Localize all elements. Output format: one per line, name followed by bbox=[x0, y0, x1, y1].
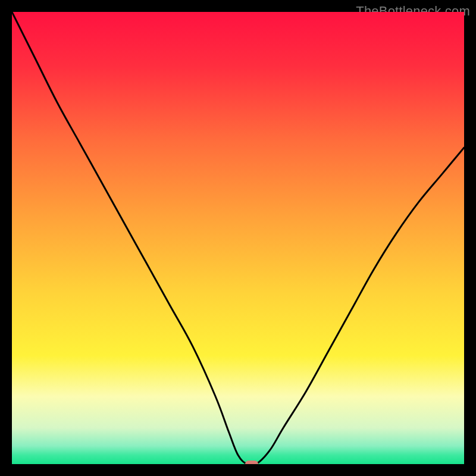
bottleneck-curve bbox=[12, 12, 464, 464]
plot-area bbox=[12, 12, 464, 464]
chart-frame: TheBottleneck.com bbox=[0, 0, 476, 476]
optimal-marker bbox=[245, 461, 258, 464]
